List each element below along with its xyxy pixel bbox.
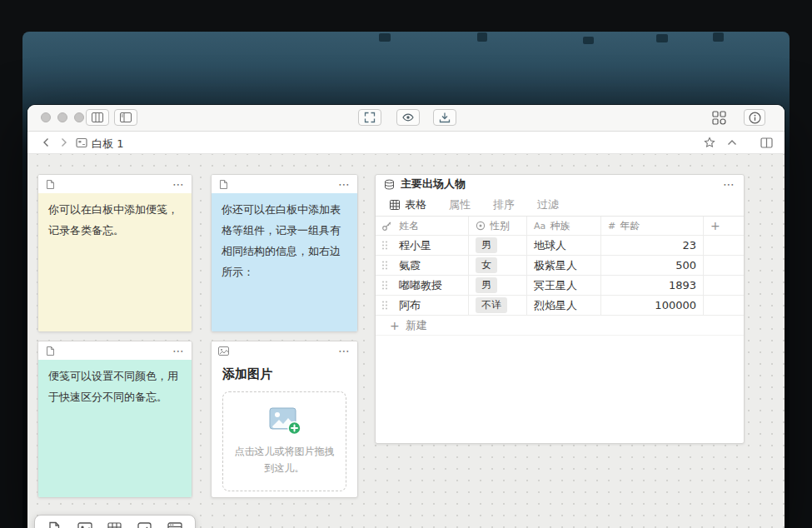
name-value: 嘟嘟教授 [399,278,442,293]
widgets-button[interactable] [709,109,729,126]
more-icon[interactable]: ⋯ [723,178,735,190]
cell-age[interactable]: 1893 [601,276,704,295]
drag-handle-icon[interactable] [381,280,388,291]
document-icon [45,346,55,356]
cell-race[interactable]: 烈焰星人 [527,296,601,315]
column-header-race[interactable]: Aa 种族 [527,217,601,235]
canvas-toolbar [34,515,196,528]
export-button[interactable] [433,109,456,126]
note-card-yellow[interactable]: ⋯ 你可以在白板中添加便笺，记录各类备忘。 [37,174,192,332]
column-header-name[interactable]: 姓名 [376,217,469,235]
more-icon[interactable]: ⋯ [172,345,185,356]
fit-screen-button[interactable] [358,109,381,126]
info-button[interactable] [744,109,765,126]
tab-table[interactable]: 表格 [390,197,426,212]
cell-name[interactable]: 阿布 [376,296,469,315]
checkbox-icon [137,522,152,528]
cell-race[interactable]: 极紫星人 [527,256,601,275]
gender-tag: 男 [476,277,497,292]
add-image-icon [267,406,302,436]
cell-race[interactable]: 冥王星人 [527,276,601,295]
note-text[interactable]: 便笺可以设置不同颜色，用于快速区分不同的备忘。 [38,360,192,497]
table-row[interactable]: 阿布 不详 烈焰星人 100000 [376,296,744,316]
chevron-up-icon [726,138,738,147]
cell-gender[interactable]: 男 [469,276,527,295]
more-icon[interactable]: ⋯ [172,178,185,190]
add-todo-button[interactable] [137,521,152,528]
table-row[interactable]: 氨霞 女 极紫星人 500 [376,256,744,276]
column-label: 性别 [490,219,510,233]
tab-filter[interactable]: 过滤 [537,197,559,212]
drag-handle-icon[interactable] [381,260,388,271]
menubar-glyph [583,37,594,44]
table-row[interactable]: 嘟嘟教授 男 冥王星人 1893 [376,276,744,296]
image-icon [218,346,229,356]
browser-window-icon [167,522,182,528]
cell-age[interactable]: 23 [601,236,704,255]
window-toolbar [27,105,785,132]
add-image-button[interactable] [77,521,92,528]
image-icon [77,522,92,528]
cell-gender[interactable]: 女 [469,256,527,275]
collapse-button[interactable] [726,138,738,147]
minimize-button[interactable] [57,112,67,122]
whiteboard-icon [76,137,87,148]
note-text[interactable]: 你还可以在白板中添加表格等组件，记录一组具有相同结构的信息，如右边所示： [212,193,357,331]
number-type-icon: # [608,221,615,232]
tab-sort[interactable]: 排序 [493,197,515,212]
column-header-age[interactable]: # 年龄 [601,217,704,235]
cell-race[interactable]: 地球人 [527,236,601,255]
tab-label: 排序 [493,197,515,212]
split-view-button[interactable] [760,137,773,148]
tab-properties[interactable]: 属性 [449,197,471,212]
image-dropzone[interactable]: 点击这儿或将图片拖拽到这儿。 [222,391,346,491]
cell-gender[interactable]: 不详 [469,296,527,315]
favorite-button[interactable] [704,137,715,148]
drag-handle-icon[interactable] [381,300,388,311]
menubar-glyph [379,33,391,42]
tab-label: 表格 [405,197,426,212]
image-card[interactable]: ⋯ 添加图片 点击这儿或将图片拖拽到这儿。 [211,341,358,498]
database-icon [384,179,395,190]
cell-name[interactable]: 氨霞 [376,256,469,275]
drag-handle-icon[interactable] [381,240,388,251]
cell-name[interactable]: 程小星 [376,236,469,255]
add-column-button[interactable]: + [704,217,744,235]
toggle-left-panel-button[interactable] [86,109,109,126]
add-table-button[interactable] [107,521,122,528]
cell-age[interactable]: 500 [601,256,704,275]
close-button[interactable] [41,112,51,122]
add-widget-button[interactable] [167,521,182,528]
chevron-right-icon [59,137,69,148]
forward-button[interactable] [59,137,69,148]
note-icon [47,521,62,528]
image-card-title: 添加图片 [222,366,346,382]
whiteboard-canvas[interactable]: ⋯ 你可以在白板中添加便笺，记录各类备忘。 ⋯ 你还可以在白板中添加表格等组件，… [27,154,785,528]
tab-title[interactable]: 白板 1 [92,137,123,152]
cell-name[interactable]: 嘟嘟教授 [376,276,469,295]
column-label: 年龄 [620,219,640,233]
more-icon[interactable]: ⋯ [338,178,351,190]
menubar-glyph [656,34,668,42]
note-card-blue[interactable]: ⋯ 你还可以在白板中添加表格等组件，记录一组具有相同结构的信息，如右边所示： [211,174,358,332]
zoom-button[interactable] [74,112,84,122]
more-icon[interactable]: ⋯ [338,345,351,356]
note-card-teal[interactable]: ⋯ 便笺可以设置不同颜色，用于快速区分不同的备忘。 [37,341,192,498]
add-row-button[interactable]: + 新建 [376,316,744,336]
back-button[interactable] [41,137,51,148]
note-text[interactable]: 你可以在白板中添加便笺，记录各类备忘。 [38,193,192,331]
data-table: 姓名 性别 Aa 种族 # [376,216,744,316]
cell-age[interactable]: 100000 [601,296,704,315]
add-note-button[interactable] [47,521,62,528]
sidebar-icon [120,112,132,122]
table-row[interactable]: 程小星 男 地球人 23 [376,236,744,256]
preview-button[interactable] [396,109,420,126]
name-value: 氨霞 [399,258,421,273]
table-card[interactable]: 主要出场人物 ⋯ 表格 属性 排序 过滤 [375,174,745,444]
column-header-gender[interactable]: 性别 [469,217,527,235]
cell-gender[interactable]: 男 [469,236,527,255]
tab-bar: 白板 1 [27,132,785,154]
toggle-sidebar-button[interactable] [114,109,137,126]
column-label: 种族 [550,219,570,233]
cell-empty [704,236,744,255]
